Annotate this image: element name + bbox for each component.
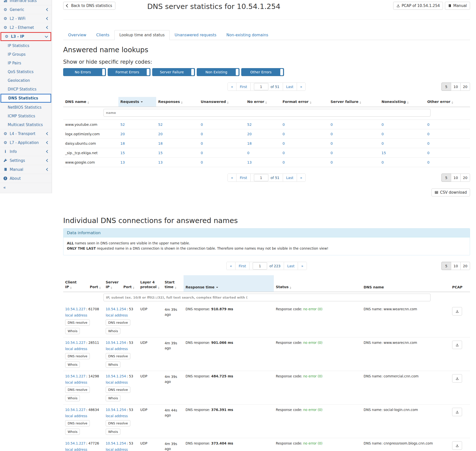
local-address-link[interactable]: local address: [106, 347, 128, 351]
pagination-last[interactable]: Last: [284, 262, 298, 270]
local-address-link[interactable]: local address: [106, 380, 128, 384]
dns-resolve-button[interactable]: DNS resolve: [106, 319, 130, 326]
sidebar-item-l3-ip[interactable]: ⚙ L3 - IP: [1, 33, 50, 40]
column-header-nonexisting[interactable]: Nonexisting: [380, 97, 425, 107]
sidebar-item-about[interactable]: i About: [0, 174, 52, 183]
sidebar-item-icmp-statistics[interactable]: ICMP Statistics: [0, 112, 52, 120]
nonexisting-link[interactable]: 0: [381, 132, 384, 136]
back-button[interactable]: Back to DNS statistics: [63, 2, 115, 10]
format-error-link[interactable]: 0: [283, 160, 285, 164]
sidebar-item-l4-transport[interactable]: ⚙ L4 - Transport: [0, 129, 52, 138]
page-size-5[interactable]: 5: [441, 83, 451, 91]
connection-filter-input[interactable]: [103, 294, 430, 301]
row-pcap-download-button[interactable]: [452, 307, 462, 316]
sidebar-item-multicast-statistics[interactable]: Multicast Statistics: [0, 120, 52, 129]
column-header-server-port[interactable]: Port: [121, 275, 138, 292]
pagination-next[interactable]: »: [297, 174, 306, 181]
other-error-link[interactable]: 0: [427, 132, 429, 136]
unanswered-link[interactable]: 0: [201, 141, 203, 145]
dns-resolve-button[interactable]: DNS resolve: [65, 319, 90, 326]
pagination-first[interactable]: First: [237, 174, 250, 181]
no-error-link[interactable]: 20: [247, 132, 252, 136]
toggle-no-errors[interactable]: No Errors: [63, 68, 106, 76]
format-error-link[interactable]: 0: [283, 123, 285, 127]
sidebar-item-qos-statistics[interactable]: QoS Statistics: [0, 67, 52, 76]
page-size-10[interactable]: 10: [451, 174, 461, 182]
pagination-prev[interactable]: «: [228, 174, 237, 181]
dns-resolve-button[interactable]: DNS resolve: [106, 353, 130, 359]
pagination-last[interactable]: Last: [283, 174, 297, 181]
column-header-unanswered[interactable]: Unanswered: [199, 97, 245, 107]
whois-button[interactable]: Whois: [106, 328, 120, 334]
page-size-20[interactable]: 20: [460, 262, 470, 270]
toggle-format-errors[interactable]: Format Errors: [108, 68, 150, 76]
sidebar-item-geolocation[interactable]: Geolocation: [0, 76, 52, 85]
column-header-response-time-sorted[interactable]: Response time: [184, 275, 274, 292]
unanswered-link[interactable]: 0: [201, 160, 203, 164]
server-ip-link[interactable]: 10.54.1.254: [106, 374, 126, 378]
dns-resolve-button[interactable]: DNS resolve: [65, 387, 90, 393]
requests-link[interactable]: 15: [120, 151, 125, 155]
row-pcap-download-button[interactable]: [452, 408, 462, 416]
local-address-link[interactable]: local address: [106, 414, 128, 418]
other-error-link[interactable]: 0: [427, 123, 429, 127]
whois-button[interactable]: Whois: [106, 395, 120, 401]
row-pcap-download-button[interactable]: [452, 341, 462, 349]
pcap-download-button[interactable]: PCAP of 10.54.1.254: [393, 2, 443, 10]
sidebar-item-l2-wifi[interactable]: ⚙ L2 - WiFi: [0, 14, 52, 23]
sidebar-item-manual[interactable]: Manual: [0, 165, 52, 174]
server-ip-link[interactable]: 10.54.1.254: [106, 307, 126, 311]
pagination-prev[interactable]: «: [228, 83, 237, 90]
unanswered-link[interactable]: 0: [201, 151, 203, 155]
column-header-client-ip[interactable]: ClientIP: [63, 275, 88, 292]
sidebar-item-ip-groups[interactable]: IP Groups: [0, 50, 52, 59]
page-size-10[interactable]: 10: [451, 83, 461, 91]
column-header-no-error[interactable]: No error: [245, 97, 281, 107]
requests-link[interactable]: 13: [120, 160, 125, 164]
page-size-5[interactable]: 5: [441, 174, 451, 182]
column-header-other-error[interactable]: Other error: [425, 97, 470, 107]
responses-link[interactable]: 13: [158, 160, 163, 164]
toggle-non-existing[interactable]: Non Existing: [197, 68, 239, 76]
page-number-input[interactable]: [254, 83, 268, 90]
sidebar-item-netbios-statistics[interactable]: NetBIOS Statistics: [0, 103, 52, 112]
server-failure-link[interactable]: 0: [331, 160, 333, 164]
row-pcap-download-button[interactable]: [452, 441, 462, 450]
format-error-link[interactable]: 0: [283, 151, 285, 155]
local-address-link[interactable]: local address: [65, 347, 87, 351]
column-header-requests-sorted[interactable]: Requests: [118, 97, 156, 107]
dns-resolve-button[interactable]: DNS resolve: [106, 420, 130, 426]
pagination-next[interactable]: »: [297, 83, 306, 90]
dns-resolve-button[interactable]: DNS resolve: [65, 420, 90, 426]
local-address-link[interactable]: local address: [65, 380, 87, 384]
sidebar-item-dns-statistics-active[interactable]: DNS Statistics: [1, 94, 50, 102]
server-failure-link[interactable]: 0: [331, 151, 333, 155]
client-ip-link[interactable]: 10.54.1.227: [65, 374, 86, 378]
server-failure-link[interactable]: 0: [331, 123, 333, 127]
page-size-20[interactable]: 20: [460, 174, 470, 182]
responses-link[interactable]: 20: [158, 132, 163, 136]
responses-link[interactable]: 52: [158, 123, 163, 127]
responses-link[interactable]: 18: [158, 141, 163, 145]
pagination-first[interactable]: First: [236, 262, 249, 270]
local-address-link[interactable]: local address: [65, 448, 87, 451]
csv-download-button[interactable]: CSV download: [431, 188, 470, 196]
format-error-link[interactable]: 0: [283, 141, 285, 145]
page-size-20[interactable]: 20: [460, 83, 470, 91]
requests-link[interactable]: 20: [120, 132, 125, 136]
no-error-link[interactable]: 0: [247, 151, 249, 155]
sidebar-item-settings[interactable]: Settings: [0, 156, 52, 165]
format-error-link[interactable]: 0: [283, 132, 285, 136]
column-header-start-time[interactable]: Starttime: [163, 275, 184, 292]
local-address-link[interactable]: local address: [65, 414, 87, 418]
tab-unanswered-requests[interactable]: Unanswered requests: [170, 30, 221, 40]
whois-button[interactable]: Whois: [65, 395, 80, 401]
client-ip-link[interactable]: 10.54.1.227: [65, 408, 86, 412]
page-size-5[interactable]: 5: [441, 262, 451, 270]
whois-button[interactable]: Whois: [106, 361, 120, 368]
column-header-dns-name[interactable]: DNS name: [63, 97, 118, 107]
column-header-format-error[interactable]: Format error: [281, 97, 329, 107]
requests-link[interactable]: 18: [120, 141, 125, 145]
client-ip-link[interactable]: 10.54.1.227: [65, 441, 86, 445]
server-failure-link[interactable]: 0: [331, 132, 333, 136]
